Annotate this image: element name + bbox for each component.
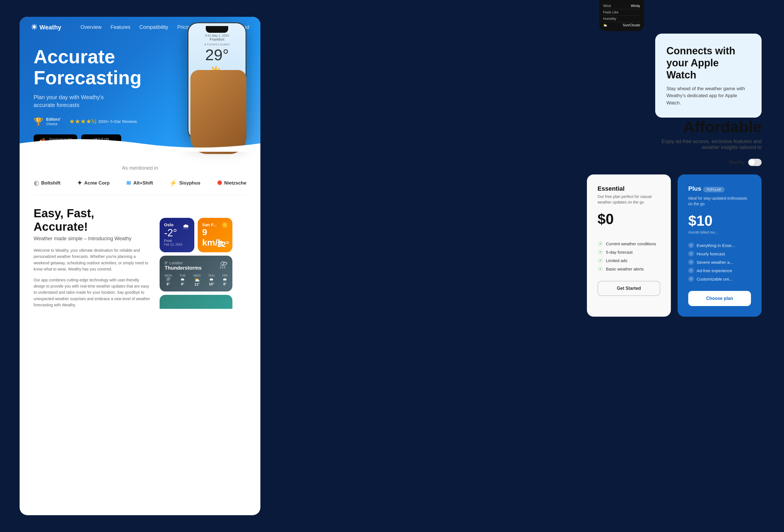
london-day-tue: TUE 🌧 9° — [179, 274, 186, 286]
ptr-feels-label: Feels Like — [603, 10, 618, 14]
plus-plan-desc: Ideal for stay-updated enthusiasts on th… — [688, 196, 751, 207]
london-wed-icon: ⛅ — [194, 277, 201, 282]
plus-feature-4: Ad-free experience — [688, 266, 751, 275]
essential-period — [597, 228, 660, 233]
ptr-wind-label: Wind — [603, 4, 611, 8]
mention-altshift: ≋ Alt+Shift — [126, 179, 153, 187]
plus-feature-3: Severe weather a... — [688, 258, 751, 266]
sf-icon: ☀️ — [221, 221, 229, 229]
editors-choice-label: Editors' — [46, 117, 61, 122]
logo[interactable]: ☀ Weathy — [31, 23, 61, 32]
oslo-icon: 🌨 — [183, 223, 189, 231]
pricing-toggle: Monthly — [330, 159, 762, 166]
essential-price: $0 — [597, 211, 660, 227]
nav-features[interactable]: Features — [111, 24, 131, 30]
oslo-card: Oslo -2° 🌨 Frost Feb 12, 2024 — [160, 218, 194, 252]
hero-section: ☀ Weathy Overview Features Compatibility… — [20, 17, 260, 151]
weather-cards: Oslo -2° 🌨 Frost Feb 12, 2024 San F... 9… — [160, 218, 232, 309]
plus-plan-name: Plus — [688, 185, 701, 192]
essential-cta-button[interactable]: Get Started — [597, 281, 660, 296]
features-text: Easy, Fast, Accurate! Weather made simpl… — [34, 207, 151, 308]
boltshift-name: Boltshift — [41, 180, 60, 186]
features-title: Easy, Fast, Accurate! — [34, 207, 151, 233]
pricing-section: Affordable Enjoy ad-free access, exclusi… — [308, 101, 784, 334]
ptr-sun-value: Sun/Clouds — [623, 23, 640, 27]
sf-card: San F... 9 km/h 32° ☀️ — [198, 218, 232, 252]
essential-feature-4: Basic weather alerts — [597, 264, 660, 273]
sisyphus-icon: ⚡ — [169, 179, 177, 187]
billing-toggle[interactable] — [748, 159, 762, 166]
affordable-desc: Enjoy ad-free access, exclusive features… — [330, 139, 762, 150]
nav-overview[interactable]: Overview — [81, 24, 102, 30]
sf-temp: 32° — [217, 240, 229, 249]
features-subtitle: Weather made simple – Introducing Weathy — [34, 236, 151, 242]
london-mon-icon: ⛈ — [165, 277, 172, 282]
essential-plan-name: Essential — [597, 185, 660, 192]
phone-date: 9:41 May 1, 2024 — [192, 34, 242, 37]
apple-watch-title: Connects withyour Apple Watch — [666, 45, 750, 81]
ptr-humidity: Humidity — [603, 16, 640, 22]
acme-name: Acme Corp — [84, 180, 110, 186]
weather-cards-row-1: Oslo -2° 🌨 Frost Feb 12, 2024 San F... 9… — [160, 218, 232, 252]
london-forecast: MON ⛈ 6° TUE 🌧 9° WED ⛅ 11° — [165, 274, 227, 286]
stars-icon: ★★★★½ — [69, 118, 96, 125]
plus-cta-button[interactable]: Choose plan — [688, 291, 751, 306]
acme-icon: ✦ — [77, 179, 82, 187]
logo-icon: ☀ — [31, 23, 37, 32]
main-panel: ☀ Weathy Overview Features Compatibility… — [20, 17, 260, 515]
london-card: 8° London Thunderstorms ⛈ MON ⛈ 6° TUE — [160, 256, 232, 291]
sisyphus-name: Sisyphus — [179, 180, 200, 186]
popular-badge: POPULAR — [703, 187, 724, 192]
teal-card-partial — [160, 295, 232, 309]
phone-sublocation: ● Current Location — [192, 43, 242, 46]
right-panel: Wind Windy Feels Like Humidity ⛅ Sun/Clo… — [308, 0, 784, 532]
editors-choice-badge: 🏆 Editors' Choice — [34, 117, 61, 127]
altshift-icon: ≋ — [126, 179, 131, 187]
features-section: Easy, Fast, Accurate! Weather made simpl… — [20, 195, 260, 324]
plus-feature-1: Everything in Esse... — [688, 241, 751, 250]
london-day-mon: MON ⛈ 6° — [165, 274, 172, 286]
mentions-section: As mentioned in ◐ Boltshift ✦ Acme Corp … — [20, 151, 260, 195]
phone-temperature: 29° — [192, 47, 242, 63]
essential-feature-1: Current weather conditions — [597, 240, 660, 248]
essential-feature-2: 5-day forecast — [597, 248, 660, 256]
star-rating: ★★★★½ 3000+ 5-Star Reviews — [69, 118, 137, 125]
nietzsche-icon: ✺ — [217, 179, 222, 187]
ptr-sun: ⛅ Sun/Clouds — [603, 22, 640, 28]
london-thu-icon: 🌧 — [208, 277, 215, 282]
plus-plan-card: Plus POPULAR Ideal for stay-updated enth… — [678, 174, 762, 317]
london-day-wed: WED ⛅ 11° — [194, 274, 201, 286]
mention-nietzsche: ✺ Nietzsche — [217, 179, 246, 187]
london-header: 8° London Thunderstorms ⛈ — [165, 261, 227, 271]
ptr-wind: Wind Windy — [603, 3, 640, 9]
mention-sisyphus: ⚡ Sisyphus — [169, 179, 200, 187]
affordable-title: Affordable — [330, 118, 762, 136]
nav-compatibility[interactable]: Compatibility — [139, 24, 168, 30]
plus-feature-2: Hourly forecast — [688, 250, 751, 258]
london-tue-icon: 🌧 — [179, 277, 186, 282]
pricing-cards: Essential Our free plan perfect for casu… — [330, 174, 762, 317]
logo-text: Weathy — [39, 24, 61, 31]
london-day-fri: FRI 🌧 8° — [222, 274, 227, 286]
award-icon: 🏆 — [34, 117, 44, 126]
plus-feature-5: Customizable uni... — [688, 275, 751, 283]
plus-price: $10 — [688, 212, 751, 229]
toggle-thumb — [749, 159, 755, 166]
features-desc-2: Our app combines cutting-edge technology… — [34, 277, 151, 308]
essential-features: Current weather conditions 5-day forecas… — [597, 240, 660, 273]
ptr-feels: Feels Like — [603, 9, 640, 16]
essential-plan-desc: Our free plan perfect for casual weather… — [597, 194, 660, 205]
hero-wave — [20, 135, 260, 152]
oslo-condition: Frost — [164, 239, 190, 243]
toggle-label: Monthly — [729, 160, 745, 165]
ptr-humidity-label: Humidity — [603, 17, 616, 21]
london-fri-icon: 🌧 — [222, 277, 227, 282]
ptr-wind-value: Windy — [631, 4, 640, 8]
london-day-thu: THU 🌧 10° — [208, 274, 215, 286]
mention-acme: ✦ Acme Corp — [77, 179, 110, 187]
mentions-title: As mentioned in — [34, 165, 246, 171]
features-desc-1: Welcome to Weathy, your ultimate destina… — [34, 247, 151, 273]
plus-features: Everything in Esse... Hourly forecast Se… — [688, 241, 751, 283]
editors-choice-sublabel: Choice — [46, 122, 61, 127]
boltshift-icon: ◐ — [34, 179, 39, 187]
